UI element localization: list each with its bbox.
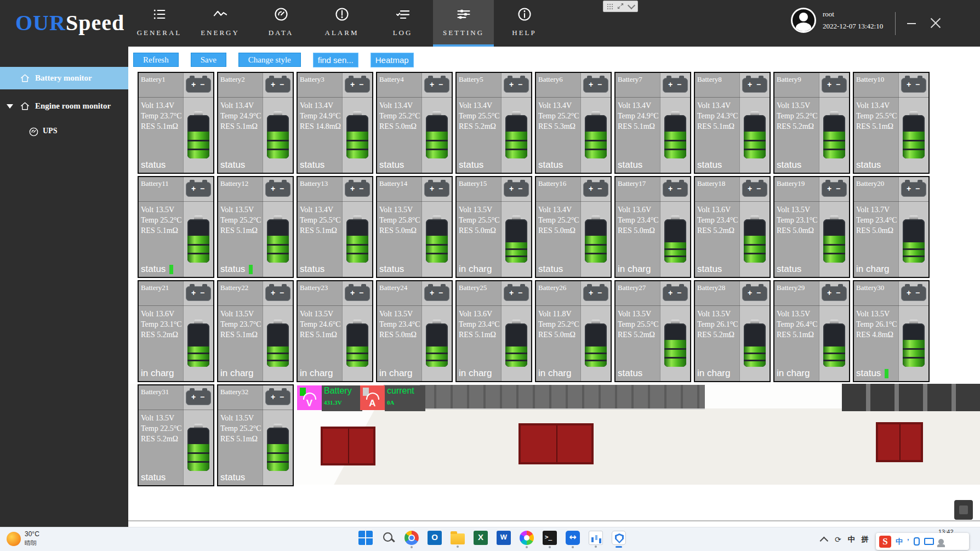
chrome-icon[interactable]	[404, 531, 419, 545]
sogou-keyboard-icon[interactable]	[924, 538, 934, 545]
battery-card-battery18[interactable]: + − Battery18 Volt 13.6V Temp 23.4°C RES…	[694, 176, 771, 278]
battery-card-battery25[interactable]: + − Battery25 Volt 13.6V Temp 23.4°C RES…	[455, 280, 532, 382]
battery-card-battery16[interactable]: + − Battery16 Volt 13.4V Temp 25.2°C RES…	[535, 176, 612, 278]
battery-card-battery24[interactable]: + − Battery24 Volt 13.5V Temp 23.4°C RES…	[376, 280, 453, 382]
hidden-icons-chevron[interactable]	[820, 536, 829, 545]
search-icon[interactable]	[381, 531, 396, 545]
battery-status: in charg	[379, 368, 412, 379]
battery-resistance: RES 5.1mΩ	[618, 121, 659, 132]
battery-terminals-icon: + −	[265, 390, 290, 405]
battery-card-battery8[interactable]: + − Battery8 Volt 13.4V Temp 24.3°C RES …	[694, 72, 771, 174]
sogou-profile-icon[interactable]	[938, 539, 944, 544]
weather-widget[interactable]: 30°C 晴朗	[7, 530, 39, 547]
battery-card-battery27[interactable]: + − Battery27 Volt 13.5V Temp 25.5°C RES…	[614, 280, 691, 382]
battery-level-icon	[346, 111, 368, 158]
battery-level-icon	[744, 320, 766, 367]
battery-card-battery20[interactable]: + − Battery20 Volt 13.7V Temp 23.4°C RES…	[853, 176, 930, 278]
sidebar-item-engine-room-monitor[interactable]: Engine room monitor	[0, 95, 128, 117]
sogou-lang-toggle[interactable]: 中	[896, 537, 903, 547]
battery-card-battery28[interactable]: + − Battery28 Volt 13.5V Temp 26.1°C RES…	[694, 280, 771, 382]
battery-card-battery31[interactable]: + − Battery31 Volt 13.5V Temp 22.5°C RES…	[138, 384, 214, 486]
battery-card-battery4[interactable]: + − Battery4 Volt 13.4V Temp 25.2°C RES …	[376, 72, 453, 174]
chevron-down-icon[interactable]	[628, 1, 635, 9]
sogou-mic-icon[interactable]	[914, 537, 920, 546]
shield-app-icon[interactable]	[612, 531, 626, 545]
battery-card-battery7[interactable]: + − Battery7 Volt 13.4V Temp 24.9°C RES …	[614, 72, 691, 174]
battery-terminals-icon: + −	[186, 390, 211, 405]
battery-card-battery2[interactable]: + − Battery2 Volt 13.4V Temp 24.9°C RES …	[217, 72, 294, 174]
corner-widget-button[interactable]	[954, 500, 973, 520]
sidebar-item-ups[interactable]: UPS	[0, 122, 128, 140]
color-wheel-icon[interactable]	[520, 531, 534, 545]
user-box[interactable]: root 2022-12-07 13:42:10	[791, 8, 883, 33]
caret-down-icon[interactable]	[7, 104, 13, 109]
minimize-button[interactable]	[907, 23, 916, 24]
battery-resistance: RES 5.1mΩ	[300, 330, 341, 340]
battery-status: status	[538, 264, 563, 275]
close-button[interactable]	[930, 16, 941, 27]
battery-level-icon	[267, 215, 289, 263]
battery-card-battery30[interactable]: + − Battery30 Volt 13.5V Temp 26.1°C RES…	[853, 280, 930, 382]
word-icon[interactable]	[497, 531, 511, 545]
battery-name: Battery1	[141, 75, 166, 84]
user-avatar[interactable]	[791, 8, 816, 33]
battery-card-battery1[interactable]: + − Battery1 Volt 13.4V Temp 23.7°C RES …	[138, 72, 214, 174]
sidebar-item-battery-monitor[interactable]: Battery monitor	[0, 67, 128, 89]
monitor-chart-icon[interactable]	[589, 531, 603, 545]
battery-card-battery32[interactable]: + − Battery32 Volt 13.5V Temp 25.2°C RES…	[217, 384, 294, 486]
windows-start-icon[interactable]	[358, 531, 373, 545]
battery-card-battery15[interactable]: + − Battery15 Volt 13.5V Temp 25.5°C RES…	[455, 176, 532, 278]
nav-tab-data[interactable]: DATA	[250, 0, 311, 47]
battery-card-battery3[interactable]: + − Battery3 Volt 13.4V Temp 24.9°C RES …	[297, 72, 373, 174]
find-sen-button[interactable]: find sen...	[313, 53, 358, 67]
battery-card-battery26[interactable]: + − Battery26 Volt 11.8V Temp 25.2°C RES…	[535, 280, 612, 382]
heatmap-button[interactable]: Heatmap	[371, 53, 414, 67]
nav-tab-general[interactable]: GENERAL	[129, 0, 190, 47]
current-meter-widget[interactable]: A current 0A	[360, 385, 425, 411]
dots-grid-icon[interactable]	[607, 3, 613, 9]
battery-card-battery14[interactable]: + − Battery14 Volt 13.5V Temp 25.8°C RES…	[376, 176, 453, 278]
ime-language-indicator[interactable]: 中	[848, 535, 855, 544]
outlook-icon[interactable]	[428, 531, 442, 545]
battery-temperature: Temp 25.2°C	[220, 423, 262, 434]
nav-tab-alarm[interactable]: ALARM	[311, 0, 372, 47]
nav-tab-energy[interactable]: ENERGY	[190, 0, 250, 47]
window-mini-toolbar[interactable]	[603, 1, 638, 12]
expand-icon[interactable]	[617, 2, 624, 12]
nav-tab-log[interactable]: LOG	[372, 0, 433, 47]
battery-card-battery10[interactable]: + − Battery10 Volt 13.4V Temp 25.5°C RES…	[853, 72, 930, 174]
nav-tab-help[interactable]: HELP	[494, 0, 555, 47]
battery-card-battery6[interactable]: + − Battery6 Volt 13.4V Temp 25.2°C RES …	[535, 72, 612, 174]
voltage-meter-widget[interactable]: V Battery 431.3V	[297, 385, 362, 411]
battery-terminals-icon: + −	[504, 78, 529, 93]
refresh-button[interactable]: Refresh	[133, 53, 179, 67]
battery-name: Battery21	[141, 283, 169, 292]
battery-voltage: Volt 13.5V	[777, 309, 818, 319]
battery-level-icon	[267, 111, 289, 158]
ime-pinyin-indicator[interactable]: 拼	[862, 535, 869, 544]
battery-card-battery12[interactable]: + − Battery12 Volt 13.5V Temp 25.2°C RES…	[217, 176, 294, 278]
sogou-logo-icon[interactable]: S	[879, 536, 891, 548]
save-button[interactable]: Save	[191, 53, 226, 67]
battery-card-battery5[interactable]: + − Battery5 Volt 13.4V Temp 25.5°C RES …	[455, 72, 532, 174]
sogou-punctuation-toggle[interactable]: ’	[907, 537, 909, 546]
battery-card-battery21[interactable]: + − Battery21 Volt 13.6V Temp 23.1°C RES…	[138, 280, 214, 382]
battery-card-battery13[interactable]: + − Battery13 Volt 13.4V Temp 25.5°C RES…	[297, 176, 373, 278]
battery-card-battery11[interactable]: + − Battery11 Volt 13.5V Temp 25.2°C RES…	[138, 176, 214, 278]
battery-card-battery9[interactable]: + − Battery9 Volt 13.5V Temp 25.2°C RES …	[773, 72, 850, 174]
terminal-icon[interactable]	[543, 531, 557, 545]
battery-resistance: RES 5.0mΩ	[538, 225, 580, 236]
change-style-button[interactable]: Change style	[238, 53, 301, 67]
battery-card-battery22[interactable]: + − Battery22 Volt 13.5V Temp 23.7°C RES…	[217, 280, 294, 382]
battery-card-battery17[interactable]: + − Battery17 Volt 13.6V Temp 23.4°C RES…	[614, 176, 691, 278]
sogou-input-bar[interactable]: S 中 ’	[876, 533, 969, 550]
file-explorer-icon[interactable]	[451, 533, 465, 544]
teamviewer-icon[interactable]	[566, 531, 580, 545]
excel-icon[interactable]	[474, 531, 488, 545]
battery-card-battery19[interactable]: + − Battery19 Volt 13.5V Temp 23.1°C RES…	[773, 176, 850, 278]
battery-card-battery29[interactable]: + − Battery29 Volt 13.5V Temp 26.4°C RES…	[773, 280, 850, 382]
sync-icon[interactable]: ⟳	[835, 535, 841, 544]
battery-temperature: Temp 25.2°C	[777, 111, 818, 121]
battery-card-battery23[interactable]: + − Battery23 Volt 13.5V Temp 24.6°C RES…	[297, 280, 373, 382]
nav-tab-setting[interactable]: SETTING	[433, 0, 494, 47]
